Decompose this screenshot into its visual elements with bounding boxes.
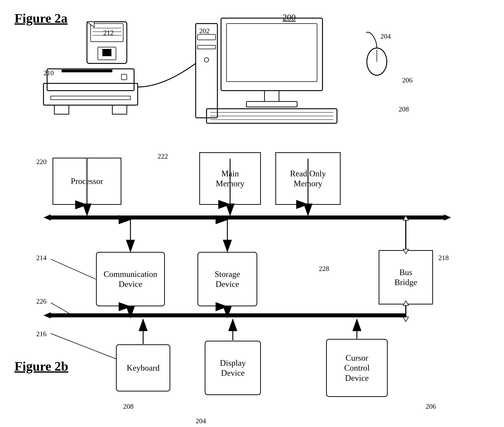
svg-marker-58 bbox=[403, 317, 408, 321]
ref-208: 208 bbox=[399, 105, 409, 113]
svg-marker-42 bbox=[44, 312, 51, 319]
svg-rect-18 bbox=[47, 69, 134, 91]
communication-device-box: CommunicationDevice bbox=[96, 252, 165, 306]
main-memory-label: MainMemory bbox=[216, 168, 244, 189]
read-only-memory-label: Read OnlyMemory bbox=[290, 168, 326, 189]
svg-rect-30 bbox=[264, 91, 279, 101]
svg-point-36 bbox=[367, 48, 387, 75]
svg-line-65 bbox=[51, 334, 116, 359]
figure-2a-title: Figure 2a bbox=[15, 11, 68, 26]
communication-device-label: CommunicationDevice bbox=[104, 269, 157, 289]
svg-rect-24 bbox=[196, 23, 217, 118]
svg-line-63 bbox=[51, 259, 96, 279]
figure-2b-title: Figure 2b bbox=[15, 359, 68, 374]
bus-bridge-box: BusBridge bbox=[379, 250, 433, 305]
display-device-label: DisplayDevice bbox=[220, 358, 246, 378]
svg-rect-21 bbox=[54, 105, 69, 114]
bus-bridge-label: BusBridge bbox=[394, 267, 417, 287]
svg-rect-14 bbox=[102, 49, 111, 56]
svg-line-64 bbox=[51, 303, 72, 315]
svg-rect-25 bbox=[197, 34, 216, 40]
svg-rect-17 bbox=[44, 83, 138, 105]
storage-device-label: StorageDevice bbox=[215, 269, 240, 289]
svg-rect-22 bbox=[112, 105, 127, 114]
ref-206b: 206 bbox=[426, 402, 436, 410]
svg-rect-32 bbox=[207, 109, 337, 123]
svg-rect-26 bbox=[197, 45, 216, 49]
ref-226: 226 bbox=[36, 297, 46, 305]
display-device-box: DisplayDevice bbox=[205, 341, 261, 395]
keyboard-label: Keyboard bbox=[127, 363, 159, 373]
svg-marker-39 bbox=[444, 214, 451, 221]
ref-200: 200 bbox=[283, 12, 296, 22]
svg-rect-20 bbox=[51, 96, 130, 100]
processor-box: Processor bbox=[53, 158, 121, 205]
svg-rect-19 bbox=[62, 70, 112, 72]
ref-214: 214 bbox=[36, 254, 46, 262]
ref-222: 222 bbox=[158, 152, 168, 160]
storage-device-box: StorageDevice bbox=[197, 252, 257, 306]
svg-rect-8 bbox=[87, 22, 127, 63]
ref-212: 212 bbox=[103, 29, 113, 37]
ref-202: 202 bbox=[199, 27, 210, 35]
ref-216: 216 bbox=[36, 330, 46, 338]
ref-206: 206 bbox=[402, 76, 413, 84]
read-only-memory-box: Read OnlyMemory bbox=[275, 152, 341, 205]
svg-marker-54 bbox=[403, 216, 408, 220]
svg-marker-40 bbox=[44, 214, 51, 221]
svg-rect-31 bbox=[246, 101, 297, 107]
keyboard-box: Keyboard bbox=[116, 344, 170, 391]
svg-rect-15 bbox=[87, 22, 94, 27]
ref-208b: 208 bbox=[123, 402, 134, 410]
svg-rect-23 bbox=[121, 74, 127, 80]
ref-228: 228 bbox=[319, 265, 329, 273]
ref-210: 210 bbox=[44, 69, 54, 77]
svg-rect-28 bbox=[221, 18, 323, 91]
svg-marker-16 bbox=[87, 22, 94, 27]
ref-218: 218 bbox=[438, 254, 449, 262]
svg-rect-29 bbox=[226, 23, 317, 82]
cursor-control-box: CursorControlDevice bbox=[326, 339, 388, 397]
svg-point-27 bbox=[204, 58, 209, 62]
main-memory-box: MainMemory bbox=[199, 152, 261, 205]
ref-204b: 204 bbox=[196, 417, 206, 425]
ref-204: 204 bbox=[380, 32, 391, 40]
svg-rect-13 bbox=[98, 47, 116, 60]
cursor-control-label: CursorControlDevice bbox=[344, 353, 370, 383]
ref-220: 220 bbox=[36, 158, 46, 166]
processor-label: Processor bbox=[71, 176, 103, 186]
